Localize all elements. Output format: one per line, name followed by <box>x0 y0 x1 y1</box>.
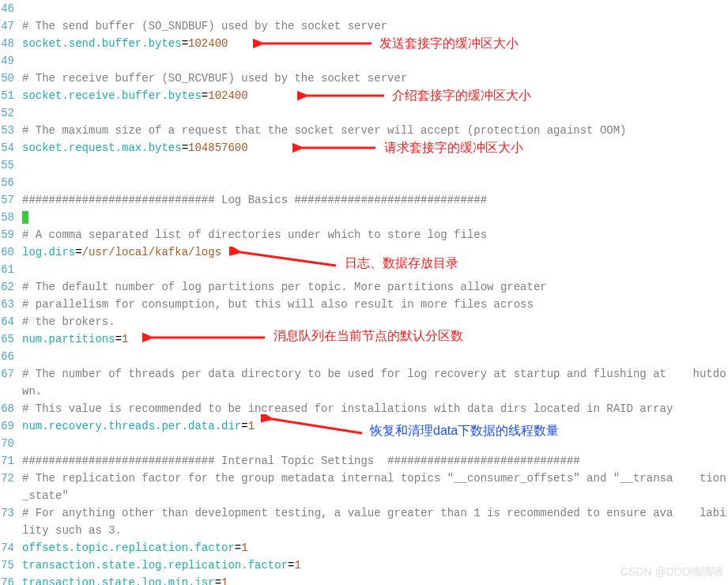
equals: = <box>182 142 188 154</box>
equals: = <box>75 246 81 259</box>
code-line <box>22 157 728 174</box>
line-number: 48 <box>0 35 22 52</box>
line-number: 64 <box>0 313 22 330</box>
prop-key: transaction.state.log.replication.factor <box>22 559 288 572</box>
line-number: 67 <box>0 365 22 400</box>
annotation-text: 介绍套接字的缓冲区大小 <box>392 87 531 104</box>
code-comment: ############################# Log Basics… <box>22 191 728 209</box>
prop-val: 1 <box>241 542 247 554</box>
line-number: 76 <box>0 574 22 585</box>
code-line <box>22 0 728 17</box>
code-line <box>22 104 728 122</box>
line-number: 56 <box>0 174 22 191</box>
code-comment: # The default number of log partitions p… <box>22 278 728 296</box>
prop-val: 1 <box>221 576 228 585</box>
line-number: 63 <box>0 296 22 313</box>
line-number: 57 <box>0 191 22 209</box>
line-number: 54 <box>0 139 22 157</box>
line-number: 62 <box>0 278 22 296</box>
prop-val: 104857600 <box>188 142 248 154</box>
line-number: 68 <box>0 400 22 417</box>
line-number: 70 <box>0 435 22 452</box>
prop-val: 102400 <box>188 37 228 50</box>
prop-val: 1 <box>294 559 300 572</box>
line-number: 74 <box>0 539 22 557</box>
code-comment: # For anything other than development te… <box>22 504 728 539</box>
annotation-text: 消息队列在当前节点的默认分区数 <box>273 327 463 345</box>
prop-key: offsets.topic.replication.factor <box>22 542 235 554</box>
code-comment: # The number of threads per data directo… <box>22 365 728 400</box>
code-line <box>22 348 728 365</box>
annotation-text: 发送套接字的缓冲区大小 <box>379 35 519 52</box>
prop-key: num.partitions <box>22 333 115 345</box>
code-line <box>22 174 728 191</box>
annotation-text: 恢复和清理data下数据的线程数量 <box>370 422 559 440</box>
code-line <box>22 52 728 70</box>
watermark-text: CSDN @DDD嘀嘀嘀 <box>620 563 723 580</box>
prop-val: /usr/local/kafka/logs <box>82 246 221 259</box>
line-number: 71 <box>0 452 22 470</box>
line-number: 53 <box>0 122 22 139</box>
annotation-text: 请求套接字的缓冲区大小 <box>384 139 523 157</box>
code-comment: # The maximum size of a request that the… <box>22 122 728 139</box>
prop-val: 102400 <box>208 89 247 102</box>
code-editor: 46 47# The send buffer (SO_SNDBUF) used … <box>0 0 728 585</box>
line-number: 55 <box>0 157 22 174</box>
line-number: 49 <box>0 52 22 70</box>
line-number: 66 <box>0 348 22 365</box>
line-number: 52 <box>0 104 22 122</box>
annotation-text: 日志、数据存放目录 <box>345 255 458 272</box>
equals: = <box>202 89 208 102</box>
equals: = <box>182 37 188 50</box>
code-comment: ############################# Internal T… <box>22 452 728 470</box>
prop-val: 1 <box>248 420 255 432</box>
code-comment: # This value is recommended to be increa… <box>22 400 728 417</box>
equals: = <box>235 542 241 554</box>
code-comment: # parallelism for consumption, but this … <box>22 296 728 313</box>
code-line: socket.send.buffer.bytes=102400 <box>22 35 728 52</box>
line-number: 47 <box>0 17 22 35</box>
equals: = <box>215 576 221 585</box>
code-comment: # The send buffer (SO_SNDBUF) used by th… <box>22 17 728 35</box>
line-number: 58 <box>0 209 22 226</box>
line-number: 50 <box>0 70 22 87</box>
prop-val: 1 <box>122 333 128 345</box>
prop-key: socket.send.buffer.bytes <box>22 37 182 50</box>
line-number: 59 <box>0 226 22 243</box>
line-number: 61 <box>0 261 22 278</box>
line-number: 46 <box>0 0 22 17</box>
code-comment: # A comma separated list of directories … <box>22 226 728 243</box>
equals: = <box>115 333 122 345</box>
prop-key: num.recovery.threads.per.data.dir <box>22 420 241 432</box>
line-number: 75 <box>0 557 22 574</box>
line-number: 69 <box>0 417 22 435</box>
prop-key: log.dirs <box>22 246 75 259</box>
code-line: socket.request.max.bytes=104857600 <box>22 139 728 157</box>
code-comment: # The replication factor for the group m… <box>22 470 728 504</box>
line-number: 73 <box>0 504 22 539</box>
code-comment: # The receive buffer (SO_RCVBUF) used by… <box>22 70 728 87</box>
line-number: 51 <box>0 87 22 104</box>
code-line <box>22 209 728 226</box>
line-number: 65 <box>0 330 22 348</box>
equals: = <box>241 420 247 432</box>
line-number: 72 <box>0 470 22 504</box>
prop-key: socket.receive.buffer.bytes <box>22 89 202 102</box>
prop-key: transaction.state.log.min.isr <box>22 576 215 585</box>
cursor-block <box>22 211 28 224</box>
line-number: 60 <box>0 243 22 261</box>
code-line: socket.receive.buffer.bytes=102400 <box>22 87 728 104</box>
code-line: offsets.topic.replication.factor=1 <box>22 539 728 557</box>
prop-key: socket.request.max.bytes <box>22 142 182 154</box>
